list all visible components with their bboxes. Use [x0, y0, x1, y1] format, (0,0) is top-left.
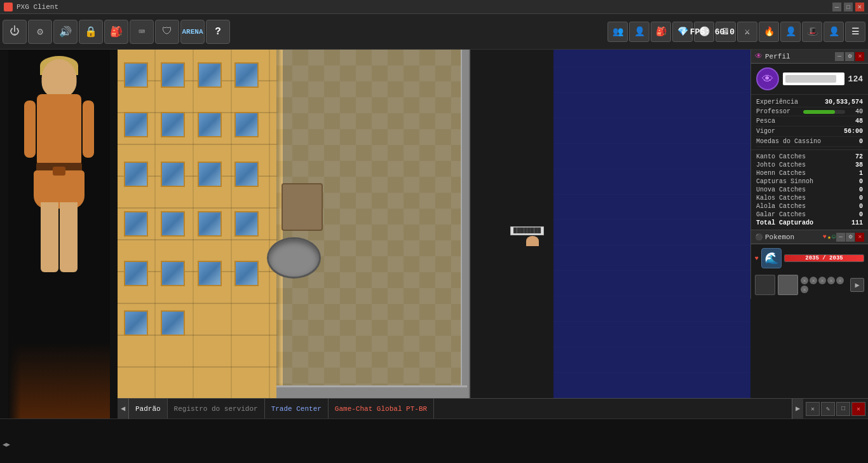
hp-max: 2035: [829, 255, 843, 261]
chat-scroll-right[interactable]: ▶: [792, 399, 803, 419]
cassino-value: 0: [859, 138, 863, 145]
window-8: [234, 112, 259, 137]
window-9: [124, 162, 148, 187]
catch-value-6: 0: [859, 203, 863, 210]
stat-icon-5: ⚔: [836, 277, 844, 284]
power-button[interactable]: ⏻: [3, 20, 27, 44]
arena-button[interactable]: ARENA: [180, 20, 205, 44]
chat-tab-2[interactable]: Trade Center: [265, 399, 329, 418]
char-torso: [37, 94, 81, 170]
chat-settings-btn[interactable]: ✕: [806, 402, 820, 416]
close-button[interactable]: ✕: [855, 3, 864, 11]
keyboard-button[interactable]: ⌨: [130, 20, 154, 44]
stat-icon-1: ⚔: [801, 277, 808, 284]
chat-icon-btn[interactable]: ✎: [821, 402, 835, 416]
catch-label-1: Johto Catches: [756, 162, 806, 169]
panel-settings-button[interactable]: ⚙: [845, 52, 854, 61]
pokemon-hp-row: ♥ 🌊 2035 /: [755, 248, 864, 268]
catch-label-3: Capturas Sinnoh: [756, 178, 813, 185]
fps-display: FPS: 60.0: [690, 27, 735, 36]
window-15: [198, 211, 222, 237]
pokemon-close-button[interactable]: ✕: [855, 233, 864, 242]
stat-icon-6: ⚔: [801, 286, 808, 293]
trainer2-icon[interactable]: 👤: [780, 22, 801, 42]
mystery-icon[interactable]: 👤: [824, 22, 844, 42]
game-viewport[interactable]: ████████: [118, 50, 750, 398]
exp-value: 30,533,574: [825, 99, 863, 106]
settings-button[interactable]: ⚙: [28, 20, 52, 44]
sound-button[interactable]: 🔊: [53, 20, 78, 44]
chat-tab-1[interactable]: Registro do servidor: [168, 399, 265, 418]
chat-placeholder: ◀▶: [3, 441, 10, 448]
pesca-value: 48: [855, 118, 863, 125]
toolbar-right-icons: 👥 👤 🎒 💎 ⚪ 🖥 ⚔ 🔥 👤 🎩 👤 ☰: [607, 22, 865, 42]
lock-button[interactable]: 🔒: [79, 20, 103, 44]
party-icon[interactable]: 👥: [607, 22, 628, 42]
window-14: [161, 211, 185, 237]
star-icon: ★: [827, 233, 831, 241]
extra-icon[interactable]: ☰: [845, 22, 865, 42]
sword-icon[interactable]: ⚔: [737, 22, 757, 42]
char-leg-left: [41, 202, 58, 272]
window-10: [161, 162, 185, 187]
hp-current: 2035: [805, 255, 819, 261]
heart-icon[interactable]: ♥: [823, 233, 827, 240]
bag-button[interactable]: 🎒: [104, 20, 128, 44]
pokemon-header: ⚫ Pokemon ♥ ★ ☺ ─ ⚙ ✕: [751, 230, 868, 244]
window-13: [124, 211, 148, 237]
catch-row-0: Kanto Catches 72: [756, 153, 863, 161]
char-arm-right: [83, 100, 94, 158]
help-button[interactable]: ?: [206, 20, 230, 44]
avatar-circle: 👁: [756, 67, 779, 90]
pokemon-sprite-2: [755, 275, 775, 295]
chat-expand-btn[interactable]: □: [836, 402, 850, 416]
professor-value: 40: [848, 108, 863, 115]
char-leg-right: [60, 202, 78, 272]
professor-row: Professor 40: [756, 107, 863, 116]
catch-value-1: 38: [855, 162, 863, 169]
exp-row: Experiência 30,533,574: [756, 97, 863, 107]
stat-icon-3: ⚔: [818, 277, 826, 284]
water-lines: [553, 50, 750, 398]
chat-close-btn[interactable]: ✕: [851, 402, 865, 416]
profile-panel: 👁 Perfil ─ ⚙ ✕ 👁: [750, 50, 868, 299]
pokemon-action-button[interactable]: ▶: [850, 278, 864, 292]
map-object-box: [281, 183, 323, 231]
hat-icon[interactable]: 🎩: [802, 22, 822, 42]
professor-bar: [803, 110, 845, 114]
window-3: [198, 62, 222, 88]
chat-tabs: PadrãoRegistro do servidorTrade CenterGa…: [129, 399, 792, 418]
cassino-label: Moedas do Cassino: [756, 138, 821, 145]
panel-minimize-button[interactable]: ─: [835, 52, 844, 61]
pokemon-settings-button[interactable]: ⚙: [846, 233, 855, 242]
catch-row-2: Hoenn Catches 1: [756, 169, 863, 177]
chat-tab-3[interactable]: Game-Chat Global PT-BR: [329, 399, 434, 418]
chat-tab-0[interactable]: Padrão: [129, 399, 168, 418]
catch-label-8: Total Capturado: [756, 219, 813, 226]
minimize-button[interactable]: ─: [832, 3, 841, 11]
window-controls: ─ □ ✕: [832, 3, 864, 11]
char-fire-effect: [8, 342, 110, 418]
player-nametag: ████████: [510, 226, 544, 235]
flame-icon[interactable]: 🔥: [759, 22, 779, 42]
chat-scroll-left[interactable]: ◀: [118, 399, 129, 419]
trainer-icon[interactable]: 👤: [629, 22, 649, 42]
exp-label: Experiência: [756, 99, 798, 106]
pokemon-stat-icons: ⚔ ⚔ ⚔ ⚔ ⚔ ⚔: [801, 277, 848, 293]
catch-row-8: Total Capturado 111: [756, 219, 863, 227]
window-2: [161, 62, 185, 88]
panel-close-button[interactable]: ✕: [855, 52, 864, 61]
pokemon-panel: ⚫ Pokemon ♥ ★ ☺ ─ ⚙ ✕: [751, 230, 868, 299]
bag2-icon[interactable]: 🎒: [651, 22, 671, 42]
char-arm-left: [24, 100, 36, 158]
maximize-button[interactable]: □: [844, 3, 853, 11]
pokemon-minimize-button[interactable]: ─: [836, 233, 845, 242]
avatar-name: [785, 75, 836, 83]
toolbar: ⏻ ⚙ 🔊 🔒 🎒 ⌨ 🛡 ARENA ? FPS: 60.0 👥 👤 🎒 💎 …: [0, 14, 868, 50]
catch-value-4: 0: [859, 186, 863, 193]
shield-button[interactable]: 🛡: [155, 20, 179, 44]
player-sprite: [521, 236, 544, 272]
middle-row: ████████ 👁 Perfil: [118, 50, 868, 398]
cassino-row: Moedas do Cassino 0: [756, 137, 863, 147]
left-shadow: [8, 50, 21, 418]
